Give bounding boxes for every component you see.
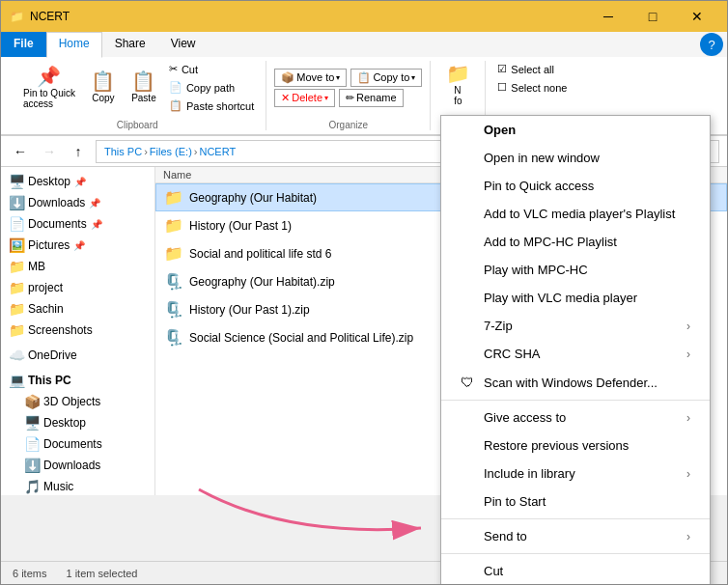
ctx-play-vlc[interactable]: Play with VLC media player bbox=[441, 284, 710, 312]
window-title: NCERT bbox=[30, 10, 70, 23]
sidebar-item-project[interactable]: 📁 project bbox=[1, 277, 154, 298]
back-button[interactable]: ← bbox=[9, 140, 32, 163]
ctx-scan-defender[interactable]: 🛡 Scan with Windows Defender... bbox=[441, 368, 710, 397]
pin-to-quick-access-button[interactable]: 📌 Pin to Quickaccess bbox=[16, 64, 82, 112]
downloads-icon: ⬇️ bbox=[24, 458, 40, 473]
chevron-right-icon: › bbox=[686, 348, 690, 361]
window-controls: ─ □ ✕ bbox=[586, 1, 719, 32]
sidebar: 🖥️ Desktop 📌 ⬇️ Downloads 📌 📄 Documents … bbox=[1, 167, 155, 495]
clipboard-col: ✂ Cut 📄 Copy path 📋 Paste shortcut bbox=[165, 61, 258, 114]
select-buttons: ☑ Select all ☐ Select none bbox=[493, 61, 571, 96]
path-this-pc[interactable]: This PC bbox=[104, 146, 142, 157]
folder-icon: 📁 bbox=[164, 216, 183, 235]
ctx-restore-versions[interactable]: Restore previous versions bbox=[441, 432, 710, 460]
tab-view[interactable]: View bbox=[158, 32, 209, 57]
sidebar-item-music[interactable]: 🎵 Music bbox=[1, 476, 154, 495]
help-button[interactable]: ? bbox=[700, 33, 723, 56]
ctx-pin-to-start[interactable]: Pin to Start bbox=[441, 488, 710, 515]
copy-to-button[interactable]: 📋 Copy to ▾ bbox=[350, 69, 422, 87]
select-none-button[interactable]: ☐ Select none bbox=[493, 79, 571, 96]
item-count: 6 items bbox=[13, 568, 46, 579]
tab-share[interactable]: Share bbox=[102, 32, 158, 57]
paste-button[interactable]: 📋 Paste bbox=[125, 69, 163, 106]
sidebar-item-sachin[interactable]: 📁 Sachin bbox=[1, 298, 154, 320]
sidebar-item-this-pc[interactable]: 💻 This PC bbox=[1, 370, 154, 391]
sidebar-item-mb[interactable]: 📁 MB bbox=[1, 256, 154, 277]
sidebar-item-desktop[interactable]: 🖥️ Desktop 📌 bbox=[1, 171, 154, 192]
title-bar: 📁 NCERT ─ □ ✕ bbox=[1, 1, 727, 32]
clipboard-group: 📌 Pin to Quickaccess 📋 Copy 📋 Paste bbox=[9, 61, 266, 130]
shield-icon: 🛡 bbox=[461, 375, 480, 390]
minimize-button[interactable]: ─ bbox=[586, 1, 630, 32]
folder-icon: 📁 bbox=[164, 244, 183, 263]
move-copy-row: 📦 Move to ▾ 📋 Copy to ▾ bbox=[274, 69, 422, 87]
chevron-right-icon: › bbox=[686, 530, 690, 543]
zip-icon: 🗜️ bbox=[164, 300, 183, 319]
forward-button[interactable]: → bbox=[38, 140, 61, 163]
copy-icon: 📋 bbox=[91, 71, 115, 91]
downloads-icon: ⬇️ bbox=[9, 195, 24, 210]
sidebar-item-pictures[interactable]: 🖼️ Pictures 📌 bbox=[1, 235, 154, 256]
new-folder-button[interactable]: 📁 Nfo bbox=[438, 61, 477, 109]
path-ncert[interactable]: NCERT bbox=[199, 146, 236, 157]
sidebar-item-screenshots[interactable]: 📁 Screenshots bbox=[1, 320, 154, 341]
ctx-cut[interactable]: Cut bbox=[441, 557, 710, 585]
move-to-button[interactable]: 📦 Move to ▾ bbox=[274, 69, 347, 87]
sidebar-item-downloads[interactable]: ⬇️ Downloads 📌 bbox=[1, 192, 154, 213]
copy-path-button[interactable]: 📄 Copy path bbox=[165, 79, 258, 96]
ctx-include-library[interactable]: Include in library › bbox=[441, 460, 710, 488]
tab-home[interactable]: Home bbox=[46, 32, 102, 58]
paste-shortcut-button[interactable]: 📋 Paste shortcut bbox=[165, 98, 258, 114]
ctx-pin-quick-access[interactable]: Pin to Quick access bbox=[441, 172, 710, 200]
sidebar-item-onedrive[interactable]: ☁️ OneDrive bbox=[1, 345, 154, 366]
ctx-send-to[interactable]: Send to › bbox=[441, 522, 710, 550]
cut-button[interactable]: ✂ Cut bbox=[165, 61, 258, 77]
chevron-down-icon: ▾ bbox=[336, 73, 340, 82]
selected-count: 1 item selected bbox=[66, 568, 137, 579]
chevron-down-icon: ▾ bbox=[324, 94, 328, 102]
pc-icon: 💻 bbox=[9, 373, 24, 388]
chevron-right-icon: › bbox=[686, 320, 690, 333]
3d-icon: 📦 bbox=[24, 394, 40, 409]
ctx-give-access[interactable]: Give access to › bbox=[441, 404, 710, 432]
explorer-window: 📁 NCERT ─ □ ✕ File Home Share View ? bbox=[0, 0, 728, 585]
path-files-e[interactable]: Files (E:) bbox=[150, 146, 192, 157]
desktop-icon: 🖥️ bbox=[9, 174, 24, 189]
ctx-open-new-window[interactable]: Open in new window bbox=[441, 144, 710, 172]
delete-rename-row: ✕ Delete ▾ ✏ Rename bbox=[274, 89, 422, 107]
select-all-button[interactable]: ☑ Select all bbox=[493, 61, 571, 77]
up-button[interactable]: ↑ bbox=[67, 140, 90, 163]
sidebar-item-downloads2[interactable]: ⬇️ Downloads bbox=[1, 455, 154, 476]
new-folder-icon: 📁 bbox=[446, 64, 470, 83]
pictures-icon: 🖼️ bbox=[9, 237, 24, 253]
window-icon: 📁 bbox=[9, 9, 24, 24]
chevron-right-icon: › bbox=[686, 411, 690, 425]
context-menu: Open Open in new window Pin to Quick acc… bbox=[440, 115, 711, 585]
rename-button[interactable]: ✏ Rename bbox=[339, 89, 404, 107]
sidebar-item-desktop2[interactable]: 🖥️ Desktop bbox=[1, 412, 154, 433]
tab-file[interactable]: File bbox=[1, 32, 46, 57]
folder-icon: 📁 bbox=[9, 301, 24, 317]
documents-icon: 📄 bbox=[9, 216, 24, 232]
paste-icon: 📋 bbox=[131, 71, 155, 91]
desktop-icon: 🖥️ bbox=[24, 415, 40, 431]
ctx-add-vlc-playlist[interactable]: Add to VLC media player's Playlist bbox=[441, 200, 710, 228]
ctx-open[interactable]: Open bbox=[441, 116, 710, 144]
folder-icon: 📁 bbox=[9, 280, 24, 295]
ctx-7zip[interactable]: 7-Zip › bbox=[441, 312, 710, 340]
organize-buttons: 📦 Move to ▾ 📋 Copy to ▾ ✕ Delete ▾ bbox=[274, 61, 422, 114]
sidebar-item-documents[interactable]: 📄 Documents 📌 bbox=[1, 213, 154, 235]
copy-button[interactable]: 📋 Copy bbox=[84, 69, 123, 106]
onedrive-icon: ☁️ bbox=[9, 348, 24, 363]
chevron-right-icon: › bbox=[686, 467, 690, 481]
maximize-button[interactable]: □ bbox=[630, 1, 675, 32]
sidebar-item-documents2[interactable]: 📄 Documents bbox=[1, 433, 154, 455]
delete-button[interactable]: ✕ Delete ▾ bbox=[274, 89, 335, 107]
zip-icon: 🗜️ bbox=[164, 328, 183, 347]
ctx-play-mpc[interactable]: Play with MPC-HC bbox=[441, 256, 710, 284]
ctx-add-mpc-playlist[interactable]: Add to MPC-HC Playlist bbox=[441, 228, 710, 256]
sidebar-item-3d-objects[interactable]: 📦 3D Objects bbox=[1, 391, 154, 412]
close-button[interactable]: ✕ bbox=[675, 1, 719, 32]
ctx-crc-sha[interactable]: CRC SHA › bbox=[441, 340, 710, 368]
organize-group: 📦 Move to ▾ 📋 Copy to ▾ ✕ Delete ▾ bbox=[266, 61, 431, 130]
